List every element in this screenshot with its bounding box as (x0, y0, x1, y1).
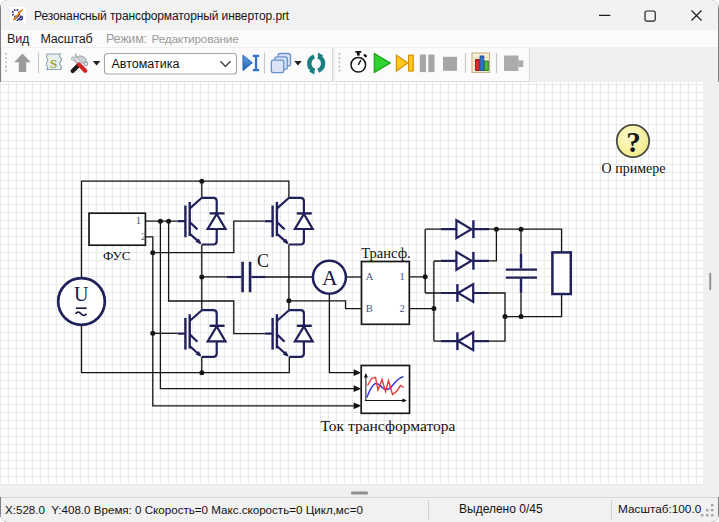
svg-text:C: C (257, 251, 269, 271)
svg-text:О примере: О примере (602, 161, 666, 176)
svg-text:2: 2 (400, 303, 405, 314)
svg-text:Ток трансформатора: Ток трансформатора (321, 417, 456, 434)
svg-text:ФУС: ФУС (103, 248, 131, 263)
svg-text:U: U (74, 283, 89, 305)
svg-text:1: 1 (136, 215, 141, 226)
svg-text:1: 1 (400, 271, 405, 282)
svg-text:2: 2 (141, 231, 146, 242)
svg-text:?: ? (626, 126, 641, 158)
svg-text:Автоматика: Автоматика (112, 57, 180, 71)
svg-text:S: S (50, 56, 57, 71)
svg-text:A: A (366, 271, 374, 282)
svg-text:Трансф.: Трансф. (361, 245, 410, 261)
svg-text:А: А (322, 266, 338, 290)
svg-text:B: B (366, 303, 373, 314)
